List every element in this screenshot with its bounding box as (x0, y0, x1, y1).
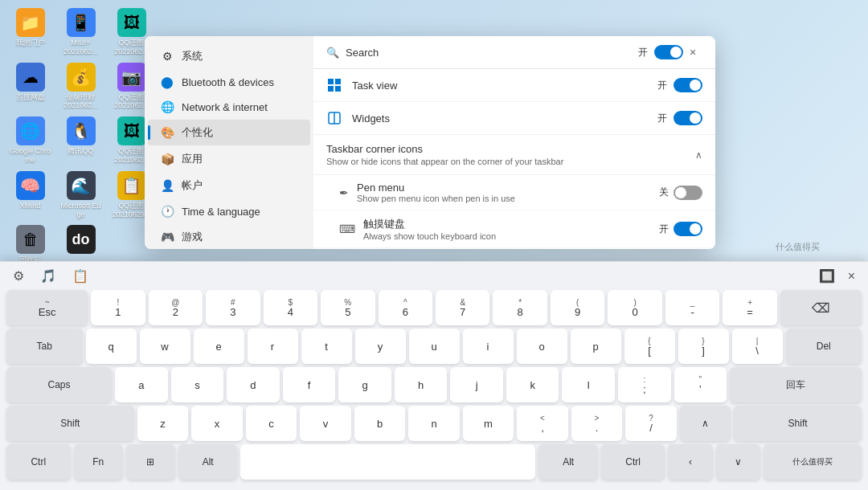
key-z[interactable]: z (137, 406, 189, 441)
key-space[interactable] (240, 444, 535, 480)
sidebar-item-accounts[interactable]: 👤 帐户 (148, 173, 310, 198)
key-ctrl-right[interactable]: Ctrl (601, 444, 665, 480)
key-h[interactable]: h (395, 367, 448, 402)
key-5[interactable]: %5 (321, 290, 375, 325)
key-n[interactable]: n (408, 406, 460, 441)
key-rbracket[interactable]: }] (678, 329, 729, 364)
desktop-icon-xmind[interactable]: 🧠 XMind (8, 171, 52, 219)
key-fn[interactable]: Fn (74, 444, 123, 480)
key-lbracket[interactable]: {[ (624, 329, 675, 364)
key-tab[interactable]: Tab (6, 329, 83, 364)
desktop-icon-jinrong[interactable]: 💰 金融理财2021062... (59, 63, 103, 111)
sidebar-item-personalization[interactable]: 🎨 个性化 (148, 120, 310, 145)
key-d[interactable]: d (227, 367, 280, 402)
key-backspace[interactable]: ⌫ (780, 290, 862, 325)
keyboard-music-btn[interactable]: 🎵 (37, 265, 59, 287)
keyboard-settings-btn[interactable]: ⚙ (10, 265, 27, 287)
key-down[interactable]: ∨ (716, 444, 760, 480)
key-backslash[interactable]: |\ (732, 329, 783, 364)
key-u[interactable]: u (409, 329, 460, 364)
key-y[interactable]: y (355, 329, 406, 364)
key-shift-right[interactable]: Shift (734, 406, 862, 441)
key-i[interactable]: i (463, 329, 514, 364)
key-comma[interactable]: <, (517, 406, 568, 441)
search-toggle[interactable] (654, 45, 683, 59)
key-0[interactable]: )0 (608, 290, 661, 325)
desktop-icon-edge[interactable]: 🌊 Microsoft Edge (59, 171, 103, 219)
key-quote[interactable]: "' (674, 367, 727, 402)
keyboard-resize-btn[interactable]: 🔲 (816, 265, 838, 287)
widgets-toggle[interactable] (674, 111, 702, 125)
key-e[interactable]: e (194, 329, 244, 364)
pen-menu-row: ✒ Pen menu Show pen menu icon when pen i… (313, 175, 715, 210)
key-3[interactable]: #3 (206, 290, 260, 325)
key-v[interactable]: v (300, 406, 351, 441)
icon-img: do (67, 225, 96, 254)
icon-img: 📱 (67, 8, 96, 37)
desktop-icon-miui[interactable]: 📱 MIUI+2021062... (59, 8, 103, 56)
key-l[interactable]: l (562, 367, 615, 402)
key-9[interactable]: (9 (551, 290, 604, 325)
key-w[interactable]: w (140, 329, 190, 364)
key-enter[interactable]: 回车 (730, 367, 862, 402)
key-g[interactable]: g (338, 367, 391, 402)
key-2[interactable]: @2 (149, 290, 203, 325)
key-a[interactable]: a (115, 367, 168, 402)
key-del[interactable]: Del (786, 329, 862, 364)
key-caps[interactable]: Caps (6, 367, 112, 402)
key-8[interactable]: *8 (493, 290, 547, 325)
key-1[interactable]: !1 (91, 290, 145, 325)
key-shift-left[interactable]: Shift (6, 406, 134, 441)
key-o[interactable]: o (517, 329, 567, 364)
sidebar-item-time[interactable]: 🕐 Time & language (148, 199, 310, 223)
key-alt-left[interactable]: Alt (178, 444, 237, 480)
touch-toggle[interactable] (674, 222, 702, 236)
key-esc[interactable]: ~Esc (6, 290, 88, 325)
key-ctrl-left[interactable]: Ctrl (6, 444, 71, 480)
section-header[interactable]: Taskbar corner icons Show or hide icons … (326, 143, 702, 166)
key-k[interactable]: k (506, 367, 559, 402)
key-b[interactable]: b (354, 406, 406, 441)
taskview-toggle[interactable] (674, 78, 702, 92)
key-equals[interactable]: += (723, 290, 776, 325)
key-x[interactable]: x (191, 406, 243, 441)
key-j[interactable]: j (450, 367, 503, 402)
key-6[interactable]: ^6 (379, 290, 432, 325)
desktop-icon-qq3[interactable]: 🐧 腾讯QQ (59, 116, 103, 165)
key-up[interactable]: ∧ (680, 406, 731, 441)
key-ime[interactable]: 什么值得买 (764, 444, 862, 480)
pen-toggle[interactable] (674, 186, 702, 200)
desktop-icon-womenhu[interactable]: 📁 我的门户 (8, 8, 52, 56)
key-minus[interactable]: _- (665, 290, 719, 325)
desktop-icon-do[interactable]: do (59, 225, 103, 264)
keyboard-clipboard-btn[interactable]: 📋 (69, 265, 92, 287)
search-input[interactable] (346, 47, 632, 59)
sidebar-item-bluetooth[interactable]: ⬤ Bluetooth & devices (148, 70, 310, 94)
key-windows[interactable]: ⊞ (126, 444, 175, 480)
desktop-icon-baidu[interactable]: ☁ 百度网盘 (8, 63, 52, 111)
key-m[interactable]: m (463, 406, 514, 441)
time-icon: 🕐 (161, 205, 174, 218)
sidebar-item-system[interactable]: ⚙ 系统 (148, 43, 310, 69)
desktop-icon-recycle[interactable]: 🗑 回收站 (8, 225, 52, 264)
key-slash[interactable]: ?/ (625, 406, 677, 441)
key-q[interactable]: q (86, 329, 137, 364)
key-t[interactable]: t (301, 329, 352, 364)
key-period[interactable]: >. (571, 406, 623, 441)
key-left[interactable]: ‹ (668, 444, 712, 480)
key-alt-right[interactable]: Alt (538, 444, 597, 480)
key-s[interactable]: s (171, 367, 224, 402)
sidebar-item-network[interactable]: 🌐 Network & internet (148, 95, 310, 119)
key-c[interactable]: c (246, 406, 297, 441)
close-button[interactable]: × (683, 43, 702, 62)
sidebar-item-apps[interactable]: 📦 应用 (148, 146, 310, 172)
key-7[interactable]: &7 (436, 290, 489, 325)
key-r[interactable]: r (248, 329, 298, 364)
desktop-icon-chrome[interactable]: 🌐 Google Chrome (8, 116, 52, 165)
sidebar-item-gaming[interactable]: 🎮 游戏 (148, 224, 310, 249)
key-4[interactable]: $4 (264, 290, 317, 325)
key-f[interactable]: f (283, 367, 336, 402)
key-p[interactable]: p (571, 329, 621, 364)
keyboard-close-btn[interactable]: × (845, 265, 858, 287)
key-semicolon[interactable]: :; (618, 367, 671, 402)
